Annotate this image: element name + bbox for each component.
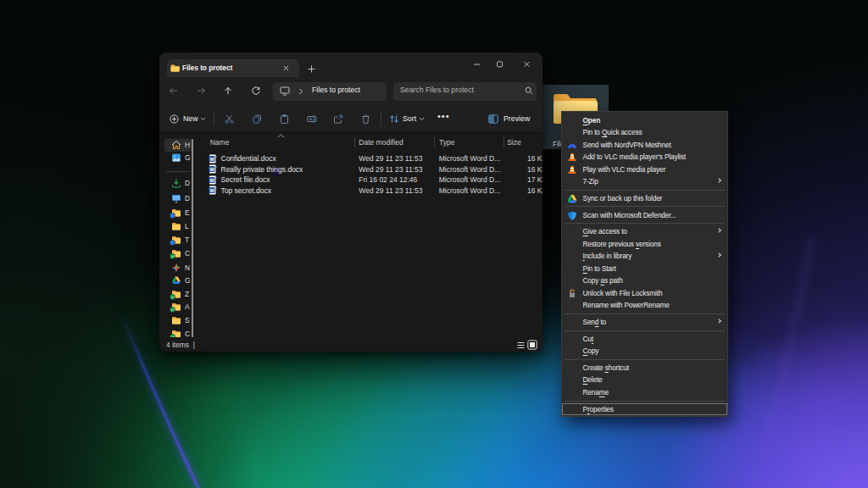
svg-text:W: W bbox=[209, 177, 214, 182]
svg-text:W: W bbox=[209, 188, 214, 193]
svg-text:W: W bbox=[209, 156, 214, 161]
svg-text:W: W bbox=[209, 167, 214, 172]
